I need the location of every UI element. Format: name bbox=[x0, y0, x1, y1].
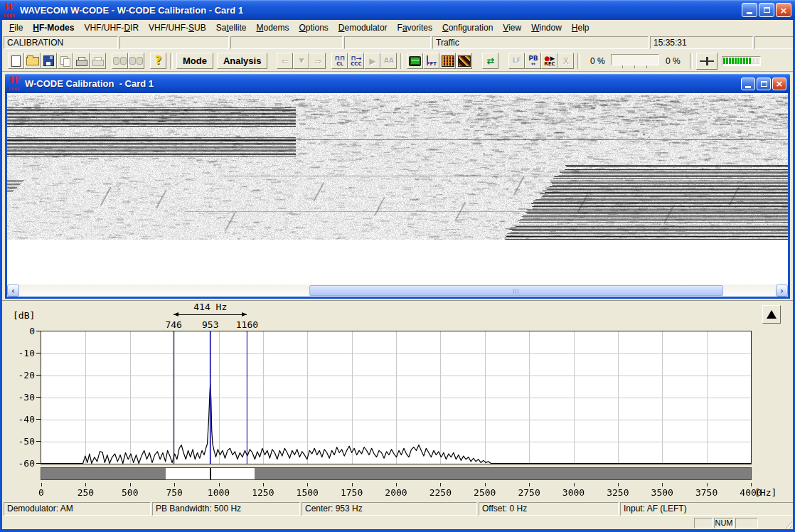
spectrum-canvas[interactable] bbox=[41, 331, 751, 464]
collapse-panel-button[interactable] bbox=[762, 305, 781, 324]
menu-item-modems[interactable]: Modems bbox=[251, 21, 294, 35]
y-tick-label: -40 bbox=[9, 414, 35, 425]
menu-item-help[interactable]: Help bbox=[567, 21, 594, 35]
ribbon-field-15-35-31: 15:35:31 bbox=[650, 36, 753, 49]
x-tick-label: 2750 bbox=[511, 487, 547, 498]
x-tick-label: 3500 bbox=[644, 487, 680, 498]
up-triangle-icon bbox=[767, 310, 777, 319]
toolbar-button-record[interactable]: ●▶REC bbox=[541, 53, 557, 69]
x-tick-mark bbox=[263, 483, 264, 486]
history-back-icon: ⇐ bbox=[282, 57, 289, 65]
toolbar-button-code-check[interactable]: ⊓→CCC bbox=[348, 53, 364, 69]
spectrum-plot[interactable] bbox=[41, 331, 752, 464]
meter-cell bbox=[726, 58, 728, 64]
copy-icon bbox=[60, 56, 70, 66]
horizontal-scrollbar[interactable]: ‹ › bbox=[7, 284, 788, 297]
scroll-left-button[interactable]: ‹ bbox=[7, 284, 19, 297]
x-tick-label: 250 bbox=[68, 487, 103, 498]
toolbar-button-help[interactable]: ? bbox=[150, 53, 166, 69]
maximize-button[interactable] bbox=[759, 3, 774, 17]
menu-item-favorites[interactable]: Favorites bbox=[393, 21, 437, 35]
application-window: W CODE WAVECOM W-CODE - W-CODE Calibrati… bbox=[0, 0, 795, 532]
ribbon-field-blank bbox=[344, 36, 431, 49]
y-tick-label: -20 bbox=[9, 370, 35, 381]
start-decoder-icon: ▶ bbox=[369, 57, 375, 65]
menu-item-view[interactable]: View bbox=[498, 21, 526, 35]
menu-item-satellite[interactable]: Satellite bbox=[211, 21, 252, 35]
ribbon-field-blank bbox=[754, 36, 795, 49]
mdi-close-button[interactable]: × bbox=[772, 78, 786, 90]
x-tick-label: 1500 bbox=[289, 487, 325, 498]
y-tick-label: -30 bbox=[9, 392, 35, 403]
scrollbar-thumb[interactable] bbox=[309, 285, 723, 296]
span-label: 414 Hz bbox=[174, 302, 247, 312]
x-tick-mark bbox=[307, 483, 308, 486]
window-border-bottom bbox=[0, 529, 795, 532]
toolbar-button-oscilloscope-display[interactable] bbox=[407, 53, 423, 69]
menu-item-options[interactable]: Options bbox=[294, 21, 333, 35]
toolbar-button-analysis-button[interactable]: Analysis bbox=[217, 53, 267, 69]
menu-item-vhf-uhf-sub[interactable]: VHF/UHF-SUB bbox=[144, 21, 211, 35]
menu-item-file[interactable]: File bbox=[4, 21, 28, 35]
y-tick-label: -10 bbox=[9, 348, 35, 358]
status-bar-row2: NUM bbox=[2, 517, 793, 529]
mdi-title-bar[interactable]: W CODE W-CODE Calibration - Card 1 × bbox=[5, 74, 790, 93]
menu-item-demodulator[interactable]: Demodulator bbox=[334, 21, 393, 35]
x-tick-label: 1250 bbox=[245, 487, 281, 498]
toolbar-button-code-lock[interactable]: ⊓⊓CL bbox=[331, 53, 348, 69]
status-field-offset-0-hz: Offset: 0 Hz bbox=[479, 502, 619, 516]
toolbar-button-open-file[interactable] bbox=[24, 53, 41, 69]
y-tick-label: -60 bbox=[9, 458, 35, 469]
toolbar-buffer-right-percent: 0 % bbox=[659, 56, 686, 66]
x-tick-mark bbox=[440, 483, 441, 486]
meter-cell bbox=[752, 58, 754, 64]
mdi-child-window: W CODE W-CODE Calibration - Card 1 × ‹ › bbox=[5, 74, 790, 299]
code-lock-icon: ⊓⊓CL bbox=[335, 55, 345, 67]
meter-cell bbox=[723, 58, 725, 64]
meter-cell bbox=[740, 58, 742, 64]
marker-frequency-label: 1160 bbox=[233, 319, 261, 330]
maximize-icon bbox=[764, 7, 770, 13]
toolbar-button-print[interactable] bbox=[73, 53, 90, 69]
phase-icon bbox=[458, 55, 471, 67]
toolbar-button-alphabet: AA bbox=[380, 53, 397, 69]
toolbar-button-phase-display[interactable] bbox=[456, 53, 472, 69]
toolbar-button-new-document[interactable] bbox=[8, 53, 24, 69]
status-bar: Demodulator: AMPB Bandwidth: 500 HzCente… bbox=[2, 502, 793, 517]
mdi-minimize-button[interactable] bbox=[741, 78, 755, 90]
status-panel-scrl bbox=[735, 518, 758, 528]
lf-shift-icon: LF bbox=[513, 58, 521, 64]
x-tick-mark bbox=[174, 483, 175, 486]
marker-frequency-label: 953 bbox=[196, 319, 225, 330]
waterfall-display[interactable] bbox=[7, 95, 788, 284]
menu-item-vhf-uhf-dir[interactable]: VHF/UHF-DIR bbox=[79, 21, 144, 35]
x-tick-mark bbox=[618, 483, 619, 486]
y-tick-mark bbox=[36, 353, 41, 353]
scroll-right-button[interactable]: › bbox=[776, 284, 788, 297]
toolbar-button-restart[interactable]: ⇄ bbox=[482, 53, 498, 69]
x-tick-label: 3000 bbox=[556, 487, 592, 498]
passband-bar[interactable] bbox=[41, 467, 752, 480]
resize-grip[interactable] bbox=[783, 519, 792, 528]
toolbar-button-mode-button[interactable]: Mode bbox=[176, 53, 213, 69]
meter-cell bbox=[757, 58, 759, 64]
toolbar-button-fft-display[interactable]: FFT bbox=[423, 53, 439, 69]
meter-cell bbox=[737, 58, 740, 64]
toolbar-button-save[interactable] bbox=[41, 53, 57, 69]
menu-item-hf-modes[interactable]: HF-Modes bbox=[28, 21, 79, 35]
toolbar-buffer-gauge bbox=[611, 53, 659, 70]
toolbar-button-squelch[interactable] bbox=[696, 53, 717, 70]
toolbar-button-passband[interactable]: PB↔ bbox=[525, 53, 541, 69]
close-button[interactable]: × bbox=[776, 3, 791, 17]
toolbar-separator bbox=[690, 53, 693, 69]
mdi-maximize-button[interactable] bbox=[757, 78, 771, 90]
history-down-icon: ▼ bbox=[299, 58, 304, 64]
code-check-icon: ⊓→CCC bbox=[351, 55, 361, 67]
menu-item-configuration[interactable]: Configuration bbox=[437, 21, 498, 35]
minimize-button[interactable] bbox=[742, 3, 757, 17]
x-tick-label: 500 bbox=[112, 487, 148, 498]
title-bar[interactable]: W CODE WAVECOM W-CODE - W-CODE Calibrati… bbox=[0, 0, 795, 20]
x-tick-mark bbox=[41, 483, 42, 486]
menu-item-window[interactable]: Window bbox=[526, 21, 567, 35]
toolbar-button-raster-display[interactable] bbox=[439, 53, 456, 69]
